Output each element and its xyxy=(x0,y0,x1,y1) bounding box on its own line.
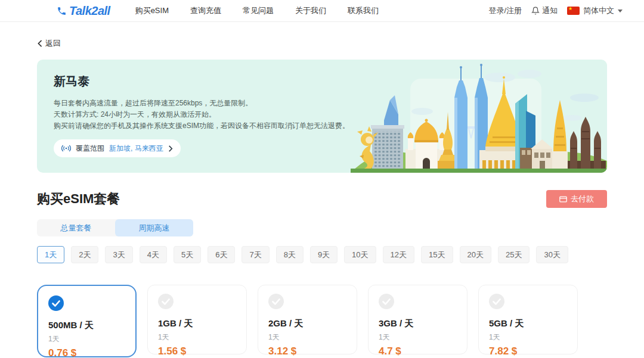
plan-data-amount: 1GB / 天 xyxy=(158,318,246,329)
chip-15-day[interactable]: 15天 xyxy=(421,246,453,263)
skyline-illustration xyxy=(351,61,607,173)
duration-chips: 1天 2天 3天 4天 5天 6天 7天 8天 9天 10天 12天 15天 2… xyxy=(37,246,607,263)
back-link[interactable]: 返回 xyxy=(37,38,61,49)
plan-card-5gb[interactable]: 5GB / 天 1天 7.82 $ xyxy=(478,285,578,354)
check-circle-icon xyxy=(489,294,504,309)
signal-icon xyxy=(61,144,71,152)
phone-icon xyxy=(57,6,67,16)
tab-daily-highspeed[interactable]: 周期高速 xyxy=(115,219,193,236)
language-selector[interactable]: ★ 简体中文 xyxy=(567,5,623,16)
nav-item-about[interactable]: 关于我们 xyxy=(295,5,326,16)
logo-text: Talk2all xyxy=(69,4,110,18)
chip-12-day[interactable]: 12天 xyxy=(383,246,414,263)
page-title: 购买eSIM套餐 xyxy=(37,190,120,208)
plan-card-list: 500MB / 天 1天 0.76 $ 1GB / 天 1天 1.56 $ 2G… xyxy=(37,285,607,357)
nav-item-contact[interactable]: 联系我们 xyxy=(348,5,379,16)
chip-8-day[interactable]: 8天 xyxy=(276,246,304,263)
plan-card-1gb[interactable]: 1GB / 天 1天 1.56 $ xyxy=(147,285,247,354)
plan-price: 1.56 $ xyxy=(158,345,246,357)
section-header: 购买eSIM套餐 去付款 xyxy=(37,190,607,208)
language-label: 简体中文 xyxy=(583,5,614,16)
page-content: 返回 新马泰 每日套餐内高速流量，超过后将降速至256kbps，无总量限制。 天… xyxy=(0,22,644,357)
chip-20-day[interactable]: 20天 xyxy=(460,246,491,263)
plan-card-2gb[interactable]: 2GB / 天 1天 3.12 $ xyxy=(258,285,357,354)
check-circle-icon xyxy=(268,294,284,309)
chip-3-day[interactable]: 3天 xyxy=(105,246,132,263)
plan-duration: 1天 xyxy=(48,334,135,344)
chip-2-day[interactable]: 2天 xyxy=(71,246,98,263)
navbar-right: 登录/注册 通知 ★ 简体中文 xyxy=(488,5,623,16)
notification-button[interactable]: 通知 xyxy=(531,5,558,16)
plan-duration: 1天 xyxy=(268,332,357,343)
coverage-label: 覆盖范围 xyxy=(76,144,104,154)
back-label: 返回 xyxy=(45,38,61,49)
plan-duration: 1天 xyxy=(379,332,467,343)
wallet-icon xyxy=(559,196,567,203)
chip-10-day[interactable]: 10天 xyxy=(344,246,376,263)
chip-5-day[interactable]: 5天 xyxy=(174,246,201,263)
chip-6-day[interactable]: 6天 xyxy=(208,246,235,263)
plan-card-500mb[interactable]: 500MB / 天 1天 0.76 $ xyxy=(37,285,137,357)
nav-item-query-recharge[interactable]: 查询充值 xyxy=(190,5,221,16)
chip-9-day[interactable]: 9天 xyxy=(310,246,338,263)
chip-30-day[interactable]: 30天 xyxy=(536,246,568,263)
check-circle-icon xyxy=(48,295,64,311)
nav-item-faq[interactable]: 常见问题 xyxy=(243,5,274,16)
plan-duration: 1天 xyxy=(489,332,577,343)
nav-item-buy-esim[interactable]: 购买eSIM xyxy=(135,5,169,16)
go-to-pay-label: 去付款 xyxy=(571,194,594,204)
flag-icon: ★ xyxy=(567,7,580,15)
plan-data-amount: 2GB / 天 xyxy=(268,318,357,329)
plan-price: 3.12 $ xyxy=(268,345,357,357)
login-register-link[interactable]: 登录/注册 xyxy=(488,5,522,16)
navbar: Talk2all 购买eSIM 查询充值 常见问题 关于我们 联系我们 登录/注… xyxy=(0,0,644,22)
plan-card-3gb[interactable]: 3GB / 天 1天 4.7 $ xyxy=(368,285,467,354)
plan-price: 7.82 $ xyxy=(489,345,577,357)
plan-type-tabs: 总量套餐 周期高速 xyxy=(37,219,193,236)
plan-data-amount: 500MB / 天 xyxy=(48,320,135,331)
plan-duration: 1天 xyxy=(158,332,246,343)
tab-total-plan[interactable]: 总量套餐 xyxy=(37,219,115,236)
check-circle-icon xyxy=(379,294,394,309)
chip-4-day[interactable]: 4天 xyxy=(140,246,167,263)
plan-data-amount: 3GB / 天 xyxy=(379,318,467,329)
chevron-down-icon xyxy=(618,10,623,13)
go-to-pay-button[interactable]: 去付款 xyxy=(546,190,607,208)
plan-price: 4.7 $ xyxy=(379,345,467,357)
check-circle-icon xyxy=(158,294,174,309)
coverage-pill[interactable]: 覆盖范围 新加坡, 马来西亚 xyxy=(54,139,181,157)
bell-icon xyxy=(531,7,540,15)
logo[interactable]: Talk2all xyxy=(57,4,110,18)
plan-price: 0.76 $ xyxy=(48,347,135,358)
chevron-right-icon xyxy=(168,145,173,152)
plan-data-amount: 5GB / 天 xyxy=(489,318,577,329)
chip-25-day[interactable]: 25天 xyxy=(498,246,530,263)
chip-7-day[interactable]: 7天 xyxy=(242,246,269,263)
destination-hero-card: 新马泰 每日套餐内高速流量，超过后将降速至256kbps，无总量限制。 天数计算… xyxy=(37,60,607,173)
notification-label: 通知 xyxy=(542,5,558,16)
chevron-left-icon xyxy=(37,40,43,47)
nav-menu: 购买eSIM 查询充值 常见问题 关于我们 联系我们 xyxy=(135,5,379,16)
chip-1-day[interactable]: 1天 xyxy=(37,246,64,263)
coverage-regions: 新加坡, 马来西亚 xyxy=(109,144,163,154)
